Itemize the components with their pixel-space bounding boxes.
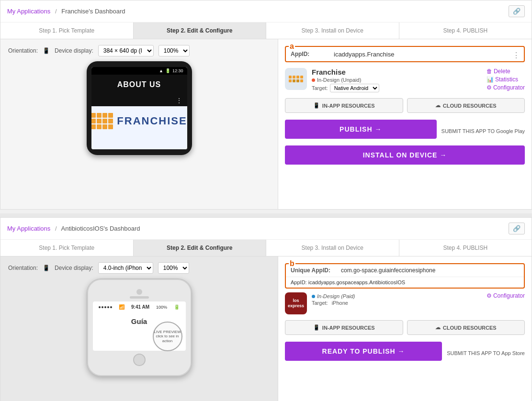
app1-bar-icon: 📊 — [487, 76, 494, 83]
app2-app-target: Target: iPhone — [312, 300, 482, 306]
app1-phone-icon: 📱 — [43, 47, 50, 54]
app2-orientation-bar: Orientation: 📱 Device display: 4.0-inch … — [8, 262, 270, 274]
app1-app-details: Franchise In-Design (Unpaid) Target: Nat… — [312, 68, 482, 92]
app2-configurator-link[interactable]: ⚙ Configurator — [487, 292, 525, 299]
app1-home-link[interactable]: My Applications — [7, 8, 50, 15]
app2-cloud-label: CLOUD RESOURCES — [443, 325, 497, 331]
app2-status-dot — [312, 295, 315, 298]
app2-status-text: In-Design (Paid) — [317, 293, 355, 299]
app2-unique-appid-label: Unique AppID: — [291, 267, 341, 274]
app1-delete-label: Delete — [494, 68, 510, 75]
app2-step2[interactable]: Step 2. Edit & Configure — [134, 240, 267, 256]
app2-device-select[interactable]: 4.0-inch (iPhon — [98, 262, 153, 274]
app1-orientation-bar: Orientation: 📱 Device display: 384 × 640… — [8, 45, 270, 56]
app2-inapp-resources-btn[interactable]: 📱 IN-APP RESOURCES — [285, 320, 403, 335]
app1-app-actions: 🗑 Delete 📊 Statistics ⚙ Configurator — [487, 68, 525, 91]
app1-more-dots[interactable]: ⋮ — [512, 51, 520, 60]
app2-unique-appid-input[interactable] — [341, 267, 519, 274]
app1-target-select[interactable]: Native Android iPhone — [330, 84, 379, 92]
app2-breadcrumb: My Applications / AntibioticosIOS's Dash… — [0, 218, 532, 240]
app2-mobile-icon: 📱 — [313, 324, 320, 331]
app2-ios-camera — [136, 289, 142, 295]
app1-content: Orientation: 📱 Device display: 384 × 640… — [0, 39, 532, 209]
app2-device-display-label: Device display: — [55, 265, 93, 271]
app2-target-label: Target: — [312, 300, 328, 306]
app2-steps-bar: Step 1. Pick Template Step 2. Edit & Con… — [0, 240, 532, 256]
app1-breadcrumb-sep: / — [55, 8, 57, 15]
app1-zoom-select[interactable]: 100% 75% 50% — [158, 45, 190, 56]
app1-publish-btn[interactable]: PUBLISH → — [285, 120, 437, 139]
app1-section: My Applications / Franchise's Dashboard … — [0, 0, 532, 210]
app2-step4[interactable]: Step 4. PUBLISH — [399, 240, 532, 256]
app1-trash-icon: 🗑 — [487, 68, 492, 75]
app2-signal-dots — [99, 306, 112, 308]
app2-orientation-label: Orientation: — [8, 265, 38, 271]
app2-battery-pct: 100% — [156, 305, 167, 310]
app2-live-preview-text: LIVE PREVIEW click to see in action — [154, 330, 181, 344]
app1-gear-icon: ⚙ — [487, 84, 492, 91]
app1-link-icon[interactable]: 🔗 — [509, 5, 525, 17]
app2-ios-home-button[interactable] — [133, 354, 146, 366]
app2-app-actions: ⚙ Configurator — [487, 292, 525, 299]
app1-delete-link[interactable]: 🗑 Delete — [487, 68, 525, 75]
app2-status-time: 9:41 AM — [131, 304, 149, 310]
app1-cloud-resources-btn[interactable]: ☁ CLOUD RESOURCES — [407, 98, 525, 113]
app2-breadcrumb-page: AntibioticosIOS's Dashboard — [61, 225, 140, 232]
app1-statistics-link[interactable]: 📊 Statistics — [487, 76, 525, 83]
app1-resource-btns: 📱 IN-APP RESOURCES ☁ CLOUD RESOURCES — [285, 98, 525, 113]
app1-config-panel: a AppID: icaddyapps.Franchise ⋮ — [278, 39, 532, 209]
app1-step2[interactable]: Step 2. Edit & Configure — [134, 22, 267, 39]
app1-step3[interactable]: Step 3. Install on Device — [266, 22, 399, 39]
app2-app-thumb: los express — [285, 292, 307, 314]
app1-franchise-logo: FRANCHISE — [98, 113, 181, 129]
app2-live-preview-badge[interactable]: LIVE PREVIEW click to see in action — [153, 322, 182, 351]
app2-step3[interactable]: Step 3. Install on Device — [266, 240, 399, 256]
app2-appid-label: AppID: — [291, 279, 307, 285]
app1-phone-panel: Orientation: 📱 Device display: 384 × 640… — [0, 39, 278, 209]
app2-battery-icon: 🔋 — [174, 304, 180, 310]
app1-step4[interactable]: Step 4. PUBLISH — [399, 22, 532, 39]
app1-install-row: INSTALL ON DEVICE → — [285, 145, 525, 165]
app1-app-status: In-Design (Unpaid) — [312, 77, 482, 83]
app1-device-display-label: Device display: — [55, 47, 93, 54]
app1-about-us: ABOUT US — [91, 75, 187, 95]
app2-link-icon[interactable]: 🔗 — [509, 223, 525, 234]
app2-zoom-select[interactable]: 100% 75% 50% — [158, 262, 189, 274]
app1-step1[interactable]: Step 1. Pick Template — [0, 22, 134, 39]
app2-wifi-icon: 📶 — [119, 304, 125, 310]
app1-publish-aside: SUBMIT THIS APP TO Google Play — [441, 126, 525, 136]
app2-step1[interactable]: Step 1. Pick Template — [0, 240, 134, 256]
app2-app-info: los express In-Design (Paid) Target: iPh… — [285, 292, 525, 314]
app1-orientation-label: Orientation: — [8, 47, 38, 54]
app1-status-time: 12:30 — [172, 68, 183, 73]
app1-inapp-resources-btn[interactable]: 📱 IN-APP RESOURCES — [285, 98, 403, 113]
app1-android-phone: ▲ 🔋 12:30 ABOUT US ⋮ — [87, 61, 192, 155]
app1-app-info: Franchise In-Design (Unpaid) Target: Nat… — [285, 68, 525, 92]
app1-device-select[interactable]: 384 × 640 dp (I — [98, 45, 154, 56]
app2-cloud-resources-btn[interactable]: ☁ CLOUD RESOURCES — [407, 320, 525, 335]
app1-configurator-label: Configurator — [493, 84, 525, 91]
app2-content: Orientation: 📱 Device display: 4.0-inch … — [0, 256, 532, 401]
app1-franchise-text: FRANCHISE — [117, 115, 187, 127]
app1-install-btn[interactable]: INSTALL ON DEVICE → — [285, 145, 525, 165]
app1-mobile-icon: 📱 — [313, 102, 320, 109]
app1-android-screen: ▲ 🔋 12:30 ABOUT US ⋮ — [91, 67, 187, 149]
app2-section: My Applications / AntibioticosIOS's Dash… — [0, 217, 532, 401]
app1-appid-row: a AppID: icaddyapps.Franchise ⋮ — [285, 46, 525, 62]
app1-app-target: Target: Native Android iPhone — [312, 84, 482, 92]
app1-breadcrumb: My Applications / Franchise's Dashboard … — [0, 0, 532, 22]
app1-configurator-link[interactable]: ⚙ Configurator — [487, 84, 525, 91]
app1-steps-bar: Step 1. Pick Template Step 2. Edit & Con… — [0, 22, 532, 39]
app1-inapp-label: IN-APP RESOURCES — [322, 103, 375, 109]
app2-appid-value: icaddyapps.gospaceapps.AntibioticosIOS — [308, 279, 405, 285]
app1-franchise-content: FRANCHISE — [91, 106, 187, 149]
section-divider — [0, 213, 532, 217]
app1-status-bar: ▲ 🔋 12:30 — [91, 67, 187, 75]
app2-home-link[interactable]: My Applications — [7, 225, 50, 232]
app2-ready-btn[interactable]: READY TO PUBLISH → — [285, 342, 442, 361]
app2-phone-panel: Orientation: 📱 Device display: 4.0-inch … — [0, 256, 278, 401]
app2-orange-marker: b — [289, 259, 295, 268]
app1-orange-marker: a — [289, 42, 295, 51]
app2-app-details: In-Design (Paid) Target: iPhone — [312, 292, 482, 306]
app1-publish-row: PUBLISH → SUBMIT THIS APP TO Google Play — [285, 120, 525, 143]
